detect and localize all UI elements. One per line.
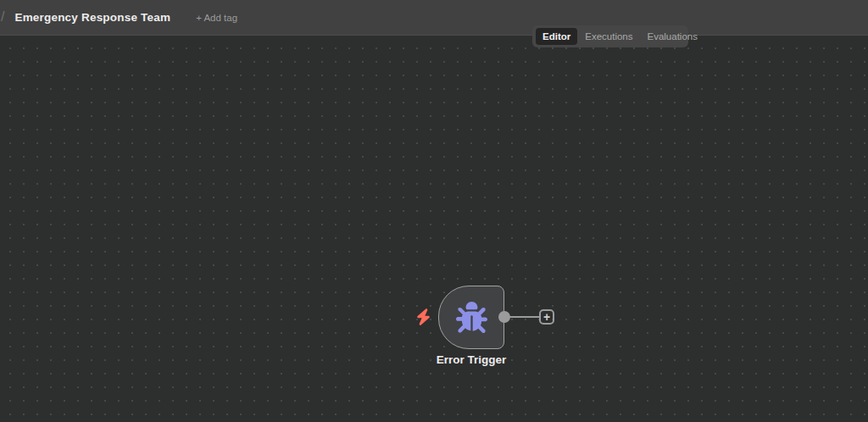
lightning-bolt-icon — [416, 307, 431, 327]
breadcrumb-slash-icon: / — [1, 9, 4, 25]
tab-executions[interactable]: Executions — [578, 28, 639, 45]
bug-icon — [456, 302, 487, 333]
node-error-trigger[interactable] — [438, 286, 504, 349]
add-tag-button[interactable]: + Add tag — [196, 13, 237, 23]
add-node-button[interactable]: + — [539, 309, 554, 325]
tab-evaluations[interactable]: Evaluations — [641, 28, 704, 45]
node-label: Error Trigger — [437, 353, 507, 366]
lightning-bolt-path — [417, 308, 430, 325]
workflow-title[interactable]: Emergency Response Team — [14, 11, 170, 24]
tab-editor[interactable]: Editor — [536, 28, 577, 45]
workflow-canvas[interactable]: + Error Trigger — [0, 36, 868, 422]
view-tab-switcher: Editor Executions Evaluations — [532, 25, 688, 47]
header-bar: / Emergency Response Team + Add tag — [0, 0, 868, 36]
bug-icon-path — [456, 302, 487, 333]
connector-line — [504, 316, 540, 318]
